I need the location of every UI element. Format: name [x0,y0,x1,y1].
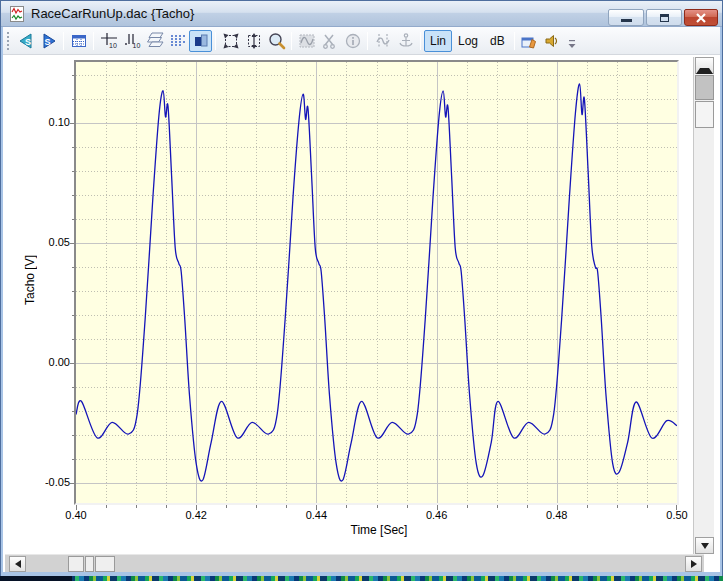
waveform-doc-icon [9,6,25,22]
arrow-down-icon [701,543,709,549]
x-tick-label: 0.46 [417,509,457,521]
toolbar-separator [514,32,515,50]
vertical-scrollbar[interactable] [693,57,714,554]
prev-signal-button[interactable]: S [14,30,37,52]
svg-text:10: 10 [109,42,117,49]
prev-signal-icon: S [16,31,36,51]
scroll-left-button[interactable] [9,556,26,572]
toolbar-separator [420,32,421,50]
plot-region: Tacho [V] Time [Sec] 0.400.420.440.460.4… [3,55,720,572]
scroll-up-button[interactable] [695,57,714,74]
toolbar-grip[interactable] [7,32,10,50]
scroll-right-button[interactable] [685,556,702,572]
filter-cursor-button [371,30,394,52]
zoom-vertical-icon [244,31,264,51]
toolbar-separator [367,32,368,50]
svg-text:S: S [24,36,30,46]
vertical-scroll-thumb[interactable] [695,101,714,128]
x-tick-label: 0.44 [296,509,336,521]
lin-scale-button[interactable]: Lin [424,30,452,52]
titlebar: RaceCarRunUp.dac {Tacho} [1,1,722,27]
window-controls [608,9,718,26]
background-window-strip [0,576,723,581]
curve-display-button[interactable] [189,30,212,52]
toolbar-separator [291,32,292,50]
toolbar-overflow-button[interactable] [566,36,578,54]
horizontal-cursor-button[interactable]: 10 [97,30,120,52]
plot-canvas[interactable] [74,60,679,505]
vertical-scroll-shade[interactable] [695,75,714,100]
horizontal-scroll-thumb[interactable] [95,556,115,572]
y-tick-label: -0.05 [28,476,70,488]
restore-icon [660,14,669,22]
anchor-button [394,30,417,52]
filter-cursor-icon [373,31,393,51]
y-tick-label: 0.00 [28,356,70,368]
y-tick-label: 0.05 [28,236,70,248]
data-table-icon [69,31,89,51]
info-icon [343,31,363,51]
app-window: RaceCarRunUp.dac {Tacho} S S [0,0,723,577]
data-table-button[interactable] [67,30,90,52]
x-tick-label: 0.48 [537,509,577,521]
restore-button[interactable] [646,9,682,26]
arrow-left-icon [15,560,21,568]
anchor-icon [396,31,416,51]
y-tick-label: 0.10 [28,116,70,128]
vertical-cursor-button[interactable]: 10 [120,30,143,52]
db-scale-button[interactable]: dB [484,30,511,52]
minimize-icon [621,19,632,22]
info-button [341,30,364,52]
zoom-lens-icon [267,31,287,51]
scissors-icon [320,31,340,51]
x-tick-label: 0.40 [56,509,96,521]
svg-text:S: S [44,36,50,46]
horizontal-scroll-thumb[interactable] [85,556,94,572]
speaker-icon [542,31,562,51]
curve-display-icon [191,31,211,51]
zoom-out-icon [221,31,241,51]
signal-chart [76,62,677,503]
horizontal-cursor-icon: 10 [99,31,119,51]
minimize-button[interactable] [608,9,644,26]
zoom-vertical-button[interactable] [242,30,265,52]
wave-select-icon [297,31,317,51]
close-button[interactable] [684,9,718,26]
x-tick-label: 0.42 [176,509,216,521]
cut-signal-button [318,30,341,52]
speaker-button[interactable] [541,30,564,52]
scroll-down-button[interactable] [695,537,714,554]
x-axis-title: Time [Sec] [299,523,459,537]
stacked-layers-icon [145,31,165,51]
arrow-right-icon [691,560,697,568]
vertical-cursor-icon: 10 [122,31,142,51]
zoom-out-button[interactable] [219,30,242,52]
window-title: RaceCarRunUp.dac {Tacho} [31,6,194,21]
horizontal-scrollbar[interactable] [5,554,704,572]
x-axis-ticks [76,505,677,511]
arrow-up-icon [696,57,713,74]
x-tick-label: 0.50 [657,509,697,521]
toolbar-separator [93,32,94,50]
stacked-layers-button[interactable] [143,30,166,52]
log-scale-button[interactable]: Log [452,30,484,52]
hand-window-button[interactable] [518,30,541,52]
hand-window-icon [519,31,539,51]
close-icon [695,13,707,23]
next-signal-icon: S [39,31,59,51]
wave-select-button [295,30,318,52]
next-signal-button[interactable]: S [37,30,60,52]
toolbar-separator [215,32,216,50]
dotted-lines-button[interactable] [166,30,189,52]
y-axis-ticks [68,62,74,503]
svg-text:10: 10 [132,42,140,49]
horizontal-scroll-thumb[interactable] [68,556,84,572]
toolbar: S S 10 [3,27,720,55]
dotted-lines-icon [168,31,188,51]
toolbar-separator [63,32,64,50]
zoom-lens-button[interactable] [265,30,288,52]
y-axis-title: Tacho [V] [23,255,37,305]
chevron-down-icon [566,36,578,50]
